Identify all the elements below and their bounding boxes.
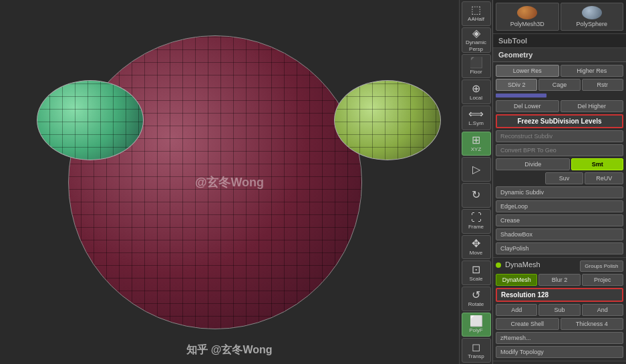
dynamic-label: Dynamic [466, 40, 486, 45]
project-button[interactable]: Projec [582, 274, 623, 286]
reuv-button[interactable]: ReUV [585, 172, 623, 184]
mesh-selectors: PolyMesh3D PolySphere [493, 0, 626, 34]
loop-button[interactable]: ↻ [462, 183, 491, 208]
right-eye-sphere [334, 80, 441, 160]
dynamic-icon: ◈ [472, 28, 480, 39]
subtool-header: SubTool [493, 34, 626, 48]
dynmesh-section-label: DynaMesh [505, 260, 540, 268]
res-row: Lower Res Higher Res [496, 65, 623, 77]
dynmesh-section: DynaMesh Groups Polish DynaMesh Blur 2 P… [493, 258, 626, 361]
divide-button[interactable]: Divide [496, 158, 570, 170]
xyz-button[interactable]: ⊞ XYZ [462, 132, 491, 156]
polyf-icon: ⬜ [470, 316, 483, 327]
freeze-subdivision-button[interactable]: Freeze SubDivision Levels [496, 114, 623, 128]
scale-label: Scale [469, 277, 482, 282]
xyz-icon: ⊞ [472, 135, 480, 146]
polyf-button[interactable]: ⬜ PolyF [462, 313, 491, 337]
floor-icon: ⬛ [470, 57, 483, 68]
polyf-label: PolyF [469, 328, 482, 333]
panel-scroll[interactable]: Geometry Lower Res Higher Res SDiv 2 Cag… [493, 48, 626, 364]
zhihu-watermark: 知乎 @玄冬Wong [186, 343, 272, 357]
crease-button[interactable]: Crease [496, 214, 623, 226]
scale-button[interactable]: ⊡ Scale [462, 260, 491, 285]
local-icon: ⊕ [472, 83, 480, 94]
zremesher-button[interactable]: zRemesh... [496, 332, 623, 344]
add-sub-and-row: Add Sub And [496, 304, 623, 316]
del-higher-button[interactable]: Del Higher [561, 100, 624, 112]
lower-res-button[interactable]: Lower Res [496, 65, 559, 77]
transp-button[interactable]: ◻ Transp [462, 338, 491, 363]
arrow-icon: ▷ [472, 164, 480, 175]
thickness-button[interactable]: Thickness 4 [561, 318, 624, 330]
rotate-button[interactable]: ↺ Rotate [462, 287, 491, 311]
toolbar: ⬚ AAHalf ◈ Dynamic Persp ⬛ Floor ⊕ Local… [459, 0, 492, 364]
local-button[interactable]: ⊕ Local [462, 79, 491, 104]
polymesh3d-icon [517, 6, 537, 19]
rstr-button[interactable]: Rstr [582, 79, 623, 91]
polymesh3d-button[interactable]: PolyMesh3D [496, 3, 559, 31]
lsym-button[interactable]: ⟺ L.Sym [462, 106, 491, 130]
arrow-button[interactable]: ▷ [462, 157, 491, 182]
move-button[interactable]: ✥ Move [462, 235, 491, 260]
floor-button[interactable]: ⬛ Floor [462, 54, 491, 79]
geometry-section-header[interactable]: Geometry [493, 48, 626, 62]
convert-bpr-button[interactable]: Convert BPR To Geo [496, 144, 623, 156]
move-label: Move [470, 250, 483, 256]
clay-polish-button[interactable]: ClayPolish [496, 242, 623, 254]
cage-button[interactable]: Cage [538, 79, 580, 91]
dynmesh-sub-row: DynaMesh Blur 2 Projec [496, 274, 623, 286]
geometry-section: Geometry Lower Res Higher Res SDiv 2 Cag… [493, 48, 626, 258]
resolution-button[interactable]: Resolution 128 [496, 288, 623, 302]
dynamic-button[interactable]: ◈ Dynamic Persp [462, 27, 491, 53]
sub-button[interactable]: Sub [538, 304, 580, 316]
lsym-label: L.Sym [468, 121, 484, 126]
dynmesh-active-dot [496, 262, 501, 268]
polysphere-label: PolySphere [576, 21, 607, 27]
sdiv-row: SDiv 2 Cage Rstr [496, 79, 623, 91]
eye-left-grid [37, 81, 143, 160]
aahalf-button[interactable]: ⬚ AAHalf [462, 1, 491, 26]
del-row: Del Lower Del Higher [496, 100, 623, 112]
groups-polish-button[interactable]: Groups Polish [580, 260, 623, 272]
sphere-grid [69, 36, 361, 329]
main-sphere [68, 35, 362, 329]
suv-row: Suv ReUV [496, 172, 623, 184]
divide-row: Divide Smt [496, 158, 623, 170]
loop-icon: ↻ [472, 190, 480, 200]
modify-topology-button[interactable]: Modify Topology [496, 346, 623, 358]
eye-right-grid [335, 81, 440, 160]
xyz-label: XYZ [471, 147, 482, 152]
reconstruct-subdiv-button[interactable]: Reconstruct Subdiv [496, 130, 623, 142]
right-panel: PolyMesh3D PolySphere SubTool Geometry L… [492, 0, 626, 364]
sdiv-button[interactable]: SDiv 2 [496, 79, 537, 91]
dynmesh-content: DynaMesh Groups Polish DynaMesh Blur 2 P… [493, 258, 626, 361]
smt-button[interactable]: Smt [571, 158, 623, 170]
dynmesh-button[interactable]: DynaMesh [496, 274, 537, 286]
viewport: @玄冬Wong 知乎 @玄冬Wong [0, 0, 459, 364]
shadowbox-button[interactable]: ShadowBox [496, 228, 623, 240]
frame-icon: ⛶ [471, 212, 482, 223]
suv-button[interactable]: Suv [545, 172, 584, 184]
blur-button[interactable]: Blur 2 [538, 274, 580, 286]
frame-label: Frame [468, 224, 484, 230]
polysphere-icon [582, 6, 602, 19]
add-button[interactable]: Add [496, 304, 537, 316]
geometry-content: Lower Res Higher Res SDiv 2 Cage Rstr De… [493, 62, 626, 257]
local-label: Local [470, 96, 482, 101]
del-lower-button[interactable]: Del Lower [496, 100, 559, 112]
higher-res-button[interactable]: Higher Res [561, 65, 624, 77]
lsym-icon: ⟺ [468, 109, 484, 120]
transp-icon: ◻ [472, 342, 480, 353]
dynmesh-dot: DynaMesh [496, 260, 540, 272]
scale-icon: ⊡ [472, 264, 480, 275]
create-thickness-row: Create Shell Thickness 4 [496, 318, 623, 330]
create-shell-button[interactable]: Create Shell [496, 318, 559, 330]
persp-label: Persp [469, 47, 483, 52]
edgeloop-button[interactable]: EdgeLoop [496, 200, 623, 212]
dynamic-subdiv-button[interactable]: Dynamic Subdiv [496, 186, 623, 198]
move-icon: ✥ [472, 238, 480, 249]
frame-button[interactable]: ⛶ Frame [462, 209, 491, 234]
and-button[interactable]: And [582, 304, 623, 316]
polysphere-button[interactable]: PolySphere [561, 3, 624, 31]
floor-label: Floor [470, 69, 482, 75]
